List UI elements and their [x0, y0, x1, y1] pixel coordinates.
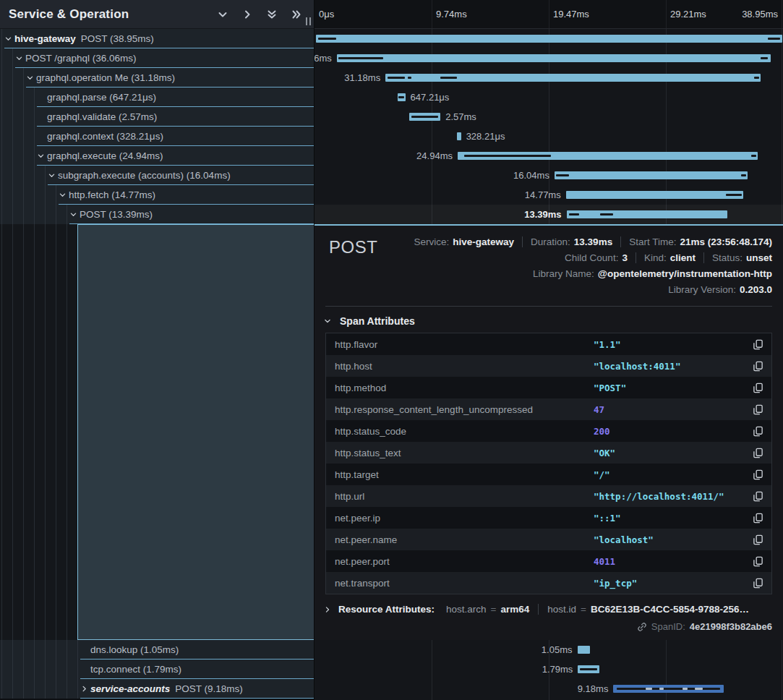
meta-value: 21ms (23:56:48.174): [680, 236, 772, 247]
chevron-down-icon[interactable]: [26, 72, 36, 82]
resource-attribute-item: host.arch=arm64: [437, 604, 538, 615]
attribute-row: net.peer.name"localhost": [326, 529, 771, 550]
span-bar-row[interactable]: 1.05ms: [315, 640, 783, 660]
tree-row[interactable]: dns.lookup (1.05ms): [0, 640, 314, 660]
timeline-rows-top: 38.95ms36.06ms31.18ms647.21μs2.57ms328.2…: [315, 29, 783, 224]
chevron-down-icon[interactable]: [69, 209, 80, 219]
span-attributes-section-header[interactable]: Span Attributes: [324, 315, 772, 327]
copy-icon[interactable]: [753, 512, 764, 524]
attribute-value: "/": [594, 469, 610, 480]
tree-row[interactable]: graphql.validate (2.57ms): [0, 107, 314, 127]
span-bar[interactable]: [578, 646, 590, 654]
span-bar-row[interactable]: 16.04ms: [315, 166, 783, 185]
copy-icon[interactable]: [753, 425, 764, 437]
span-bar[interactable]: [566, 191, 744, 199]
double-chevron-down-icon[interactable]: [266, 8, 279, 21]
span-bar-child-marker: [751, 155, 756, 157]
span-bar-child-marker: [659, 688, 664, 690]
resource-attributes-items: host.arch=arm64host.id=BC62E13B-C4CC-585…: [437, 604, 758, 615]
attribute-key: http.response_content_length_uncompresse…: [335, 404, 594, 415]
meta-label: Child Count:: [565, 252, 618, 263]
expander-spacer: [37, 92, 47, 102]
span-bar-row[interactable]: 36.06ms: [315, 48, 783, 68]
tree-row[interactable]: graphql.parse (647.21μs): [0, 88, 314, 107]
attribute-key: net.peer.port: [335, 556, 594, 567]
tree-row[interactable]: http.fetch (14.77ms): [0, 185, 314, 205]
span-bar-row[interactable]: 31.18ms: [315, 68, 783, 88]
copy-icon[interactable]: [753, 382, 764, 393]
tree-row[interactable]: graphql.operation Me (31.18ms): [0, 68, 314, 88]
panel-splitter-handle[interactable]: [306, 17, 311, 25]
tree-row[interactable]: service-accountsPOST (9.18ms): [0, 679, 314, 699]
span-meta-line: Library Name:@opentelemetry/instrumentat…: [525, 265, 772, 281]
chevron-down-icon[interactable]: [59, 189, 69, 200]
attribute-row: net.transport"ip_tcp": [326, 572, 771, 594]
span-bar-row[interactable]: 38.95ms: [315, 29, 783, 48]
selected-span-gutter: [0, 224, 314, 640]
copy-icon[interactable]: [753, 338, 764, 350]
span-bar[interactable]: [567, 210, 728, 218]
chevron-down-icon[interactable]: [217, 8, 230, 21]
chevron-right-icon[interactable]: [241, 8, 254, 21]
span-bar-child-marker: [388, 77, 405, 79]
equals-sign: =: [581, 604, 586, 615]
copy-icon[interactable]: [753, 447, 764, 458]
tree-row[interactable]: POST /graphql (36.06ms): [0, 48, 314, 68]
copy-icon[interactable]: [753, 404, 764, 415]
timeline-rows-bottom: 1.05ms1.79ms9.18ms: [315, 640, 783, 699]
span-meta-line: Service:hive-gatewayDuration:13.39msStar…: [406, 234, 772, 249]
span-bar-row[interactable]: 9.18ms: [315, 679, 783, 699]
span-bar-child-marker: [408, 77, 411, 79]
operation-label: graphql.execute (24.94ms): [47, 150, 163, 161]
tree-row[interactable]: POST (13.39ms): [0, 205, 314, 224]
chevron-down-icon[interactable]: [37, 150, 47, 161]
span-meta: Service:hive-gatewayDuration:13.39msStar…: [329, 234, 772, 297]
tree-row[interactable]: graphql.execute (24.94ms): [0, 146, 314, 166]
span-bar[interactable]: [337, 54, 771, 62]
resource-value: arm64: [500, 604, 529, 615]
timeline-tick-label: 0μs: [319, 9, 334, 20]
span-bar-row[interactable]: 13.39ms: [315, 205, 783, 224]
tree-row[interactable]: subgraph.execute (accounts) (16.04ms): [0, 166, 314, 185]
span-bar[interactable]: [555, 171, 748, 179]
span-bar-row[interactable]: 1.79ms: [315, 660, 783, 679]
copy-icon[interactable]: [753, 577, 764, 589]
chevron-down-icon[interactable]: [15, 53, 25, 63]
span-duration-label: 328.21μs: [466, 131, 505, 142]
copy-icon[interactable]: [753, 490, 764, 502]
expander-spacer: [37, 131, 47, 141]
span-bar-child-marker: [318, 38, 336, 40]
meta-value: 13.39ms: [574, 236, 612, 247]
resource-attributes-row[interactable]: Resource Attributes: host.arch=arm64host…: [324, 604, 772, 615]
chevron-right-icon[interactable]: [80, 683, 90, 693]
span-bar-row[interactable]: 2.57ms: [315, 107, 783, 127]
attribute-row: net.peer.port4011: [326, 550, 771, 572]
tree-row[interactable]: tcp.connect (1.79ms): [0, 660, 314, 679]
span-attributes-table: http.flavor"1.1"http.host"localhost:4011…: [325, 333, 772, 594]
copy-icon[interactable]: [753, 555, 764, 567]
span-bar[interactable]: [457, 132, 461, 140]
span-bar-row[interactable]: 328.21μs: [315, 127, 783, 146]
meta-value: client: [670, 252, 696, 263]
operation-label: POST (38.95ms): [81, 33, 154, 44]
chevron-down-icon[interactable]: [4, 33, 14, 43]
tree-row-content: graphql.parse (647.21μs): [37, 88, 314, 107]
span-bar-row[interactable]: 14.77ms: [315, 185, 783, 205]
span-bar-row[interactable]: 24.94ms: [315, 146, 783, 166]
span-detail-panel: POST Service:hive-gatewayDuration:13.39m…: [315, 224, 783, 640]
copy-icon[interactable]: [753, 469, 764, 480]
chevron-down-icon[interactable]: [48, 170, 58, 180]
copy-icon[interactable]: [753, 360, 764, 372]
copy-icon[interactable]: [753, 534, 764, 545]
span-bar-row[interactable]: 647.21μs: [315, 88, 783, 107]
tree-row-content: tcp.connect (1.79ms): [80, 660, 314, 679]
attribute-key: net.peer.name: [335, 534, 594, 545]
tree-row[interactable]: hive-gatewayPOST (38.95ms): [0, 29, 314, 48]
span-duration-label: 24.94ms: [416, 150, 453, 161]
span-bar[interactable]: [316, 35, 783, 43]
tree-row-content: graphql.context (328.21μs): [37, 127, 314, 146]
tree-row[interactable]: graphql.context (328.21μs): [0, 127, 314, 146]
link-icon[interactable]: [637, 622, 647, 632]
span-meta-item: Kind:client: [636, 252, 703, 263]
double-chevron-right-icon[interactable]: [291, 8, 304, 21]
